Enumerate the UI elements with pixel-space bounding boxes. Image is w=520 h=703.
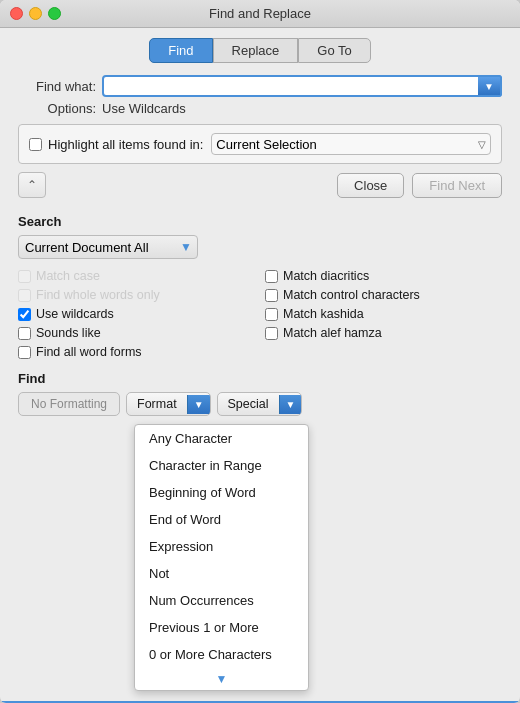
check-match-kashida: Match kashida bbox=[265, 307, 502, 321]
search-dropdown[interactable]: Current Document All Current Document Se… bbox=[18, 235, 198, 259]
check-find-whole-words: Find whole words only bbox=[18, 288, 255, 302]
format-arrow-icon[interactable]: ▼ bbox=[187, 395, 210, 414]
search-section-header: Search bbox=[18, 214, 502, 229]
find-what-wrapper: ▼ bbox=[102, 75, 502, 97]
close-button[interactable] bbox=[10, 7, 23, 20]
match-kashida-label: Match kashida bbox=[283, 307, 364, 321]
match-control-checkbox[interactable] bbox=[265, 289, 278, 302]
dropdown-item-0-more-chars[interactable]: 0 or More Characters bbox=[135, 641, 308, 668]
match-alef-checkbox[interactable] bbox=[265, 327, 278, 340]
format-button[interactable]: Format ▼ bbox=[126, 392, 211, 416]
special-arrow-icon[interactable]: ▼ bbox=[279, 395, 302, 414]
options-row: Options: Use Wildcards bbox=[18, 101, 502, 116]
match-kashida-checkbox[interactable] bbox=[265, 308, 278, 321]
special-dropdown-menu: Any Character Character in Range Beginni… bbox=[134, 424, 309, 691]
dropdown-item-end-word[interactable]: End of Word bbox=[135, 506, 308, 533]
tab-row: Find Replace Go To bbox=[0, 28, 520, 71]
main-content: Find what: ▼ Options: Use Wildcards High… bbox=[0, 71, 520, 701]
dropdown-item-expression[interactable]: Expression bbox=[135, 533, 308, 560]
dropdown-item-any-char[interactable]: Any Character bbox=[135, 425, 308, 452]
find-what-row: Find what: ▼ bbox=[18, 75, 502, 97]
match-control-label: Match control characters bbox=[283, 288, 420, 302]
check-find-all-word-forms: Find all word forms bbox=[18, 345, 255, 359]
use-wildcards-checkbox[interactable] bbox=[18, 308, 31, 321]
tab-replace[interactable]: Replace bbox=[213, 38, 299, 63]
dropdown-item-not[interactable]: Not bbox=[135, 560, 308, 587]
match-alef-label: Match alef hamza bbox=[283, 326, 382, 340]
maximize-button[interactable] bbox=[48, 7, 61, 20]
find-whole-words-checkbox[interactable] bbox=[18, 289, 31, 302]
traffic-lights bbox=[10, 7, 61, 20]
match-diacritics-label: Match diacritics bbox=[283, 269, 369, 283]
find-section-header: Find bbox=[18, 371, 502, 386]
highlight-dropdown[interactable]: Current Selection Main Document bbox=[211, 133, 491, 155]
sounds-like-label: Sounds like bbox=[36, 326, 101, 340]
dropdown-item-num-occurrences[interactable]: Num Occurrences bbox=[135, 587, 308, 614]
search-dropdown-outer: Current Document All Current Document Se… bbox=[18, 235, 198, 259]
highlight-row: Highlight all items found in: Current Se… bbox=[18, 124, 502, 164]
tab-goto[interactable]: Go To bbox=[298, 38, 370, 63]
close-button[interactable]: Close bbox=[337, 173, 404, 198]
check-match-diacritics: Match diacritics bbox=[265, 269, 502, 283]
window-title: Find and Replace bbox=[209, 6, 311, 21]
find-buttons-row: No Formatting Format ▼ Special ▼ bbox=[18, 392, 502, 416]
check-use-wildcards: Use wildcards bbox=[18, 307, 255, 321]
options-value: Use Wildcards bbox=[102, 101, 186, 116]
find-what-dropdown-arrow[interactable]: ▼ bbox=[478, 75, 502, 97]
collapse-button[interactable]: ⌃ bbox=[18, 172, 46, 198]
window: Find and Replace Find Replace Go To Find… bbox=[0, 0, 520, 703]
options-label: Options: bbox=[18, 101, 96, 116]
match-case-label: Match case bbox=[36, 269, 100, 283]
special-button[interactable]: Special ▼ bbox=[217, 392, 303, 416]
special-dropdown-container: Any Character Character in Range Beginni… bbox=[134, 422, 502, 691]
no-formatting-button[interactable]: No Formatting bbox=[18, 392, 120, 416]
find-all-word-forms-label: Find all word forms bbox=[36, 345, 142, 359]
dropdown-item-previous-1-more[interactable]: Previous 1 or More bbox=[135, 614, 308, 641]
minimize-button[interactable] bbox=[29, 7, 42, 20]
sounds-like-checkbox[interactable] bbox=[18, 327, 31, 340]
dropdown-item-beginning-word[interactable]: Beginning of Word bbox=[135, 479, 308, 506]
match-diacritics-checkbox[interactable] bbox=[265, 270, 278, 283]
match-case-checkbox[interactable] bbox=[18, 270, 31, 283]
check-match-case: Match case bbox=[18, 269, 255, 283]
format-label: Format bbox=[127, 393, 187, 415]
use-wildcards-label: Use wildcards bbox=[36, 307, 114, 321]
check-sounds-like: Sounds like bbox=[18, 326, 255, 340]
dropdown-more-arrow[interactable]: ▼ bbox=[135, 668, 308, 690]
find-whole-words-label: Find whole words only bbox=[36, 288, 160, 302]
search-dropdown-wrapper: Current Document All Current Document Se… bbox=[18, 235, 502, 259]
highlight-checkbox[interactable] bbox=[29, 138, 42, 151]
dropdown-item-char-range[interactable]: Character in Range bbox=[135, 452, 308, 479]
action-row: ⌃ Close Find Next bbox=[18, 172, 502, 198]
special-label: Special bbox=[218, 393, 279, 415]
find-what-input[interactable] bbox=[102, 75, 502, 97]
title-bar: Find and Replace bbox=[0, 0, 520, 28]
highlight-dropdown-wrapper: Current Selection Main Document ▽ bbox=[211, 133, 491, 155]
tab-find[interactable]: Find bbox=[149, 38, 212, 63]
find-next-button[interactable]: Find Next bbox=[412, 173, 502, 198]
find-what-label: Find what: bbox=[18, 79, 96, 94]
highlight-label: Highlight all items found in: bbox=[48, 137, 203, 152]
check-match-alef: Match alef hamza bbox=[265, 326, 502, 340]
find-all-word-forms-checkbox[interactable] bbox=[18, 346, 31, 359]
checkboxes-grid: Match case Match diacritics Find whole w… bbox=[18, 269, 502, 359]
check-match-control: Match control characters bbox=[265, 288, 502, 302]
